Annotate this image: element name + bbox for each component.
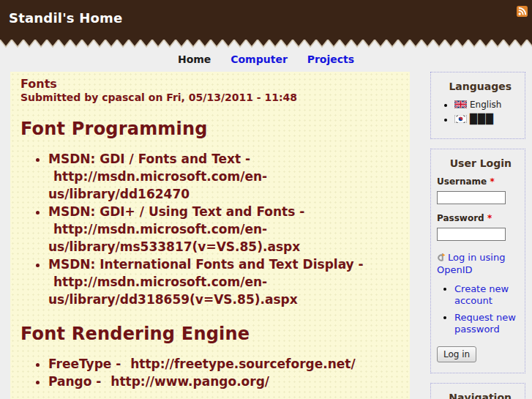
list-item: MSDN: GDI / Fonts and Text - http://msdn… (48, 150, 400, 203)
openid-login: Log in using OpenID (437, 251, 519, 276)
site-title[interactable]: Standil's Home (9, 10, 122, 26)
language-link-english[interactable]: English (470, 100, 501, 110)
request-password-link[interactable]: Request new password (454, 312, 516, 335)
required-marker: * (487, 213, 492, 223)
languages-list: English ███ (437, 100, 519, 124)
nav-item-computer[interactable]: Computer (231, 53, 288, 65)
list-item: FreeType - http://freetype.sourceforge.n… (48, 355, 400, 373)
login-button[interactable]: Log in (437, 346, 476, 362)
list-item-link[interactable]: http://msdn.microsoft.com/en-us/library/… (48, 275, 298, 307)
uk-flag-icon (454, 100, 467, 108)
languages-title: Languages (437, 81, 512, 92)
login-links: Create new account Request new password (437, 283, 519, 335)
list-item: Create new account (454, 283, 519, 307)
required-marker: * (490, 176, 494, 187)
list-item: MSDN: International Fonts and Text Displ… (48, 256, 400, 308)
list-item-label: MSDN: GDI / Fonts and Text - (48, 152, 250, 166)
list-item-label: FreeType - (48, 357, 121, 371)
openid-link[interactable]: Log in using OpenID (437, 252, 505, 275)
rss-icon[interactable] (517, 6, 528, 17)
user-login-title: User Login (437, 157, 512, 169)
language-link-korean-blocks[interactable]: ███ (470, 113, 494, 124)
font-programming-list: MSDN: GDI / Fonts and Text - http://msdn… (20, 150, 400, 308)
list-item-link[interactable]: http://www.pango.org/ (110, 374, 269, 389)
openid-icon (437, 253, 446, 262)
list-item-link[interactable]: http://msdn.microsoft.com/en-us/library/… (48, 169, 267, 201)
font-rendering-list: FreeType - http://freetype.sourceforge.n… (20, 355, 400, 390)
main-wrap: Fonts Submitted by cpascal on Fri, 05/13… (0, 72, 532, 399)
list-item-link[interactable]: http://freetype.sourceforge.net/ (130, 357, 355, 371)
navigation-title: Navigation (437, 392, 512, 399)
list-item: Request new password (454, 312, 519, 335)
section-heading-font-rendering: Font Rendering Engine (20, 324, 400, 344)
article-content: Fonts Submitted by cpascal on Fri, 05/13… (10, 72, 410, 399)
password-label: Password * (437, 213, 519, 223)
list-item: Pango - http://www.pango.org/ (48, 373, 400, 390)
article-submitted: Submitted by cpascal on Fri, 05/13/2011 … (20, 92, 400, 103)
username-input[interactable] (437, 191, 506, 204)
create-account-link[interactable]: Create new account (454, 283, 509, 306)
kr-flag-icon (454, 115, 467, 123)
article-title-link[interactable]: Fonts (20, 77, 57, 91)
languages-block: Languages English (430, 72, 525, 139)
zigzag-border (0, 40, 532, 48)
list-item-link[interactable]: http://msdn.microsoft.com/en-us/library/… (48, 222, 300, 254)
list-item-label: MSDN: International Fonts and Text Displ… (48, 257, 364, 272)
article-title: Fonts (20, 77, 400, 91)
username-label: Username * (437, 176, 519, 187)
site-header: Standil's Home (0, 0, 532, 40)
section-heading-font-programming: Font Programming (20, 119, 400, 139)
sidebar: Languages English (430, 72, 525, 399)
navigation-block: Navigation Popular content Recent change… (430, 383, 525, 399)
user-login-block: User Login Username * Password * (430, 149, 525, 373)
nav-item-projects[interactable]: Projects (307, 53, 354, 65)
password-input[interactable] (437, 228, 506, 241)
language-item-english: English (454, 100, 519, 110)
list-item-label: MSDN: GDI+ / Using Text and Fonts - (48, 204, 304, 219)
list-item: MSDN: GDI+ / Using Text and Fonts - http… (48, 203, 400, 256)
nav-item-home[interactable]: Home (178, 53, 211, 65)
main-nav: Home Computer Projects (0, 48, 532, 72)
language-item-korean: ███ (454, 113, 519, 124)
login-form: Username * Password * Log in using OpenI… (437, 176, 519, 362)
list-item-label: Pango - (48, 374, 101, 389)
